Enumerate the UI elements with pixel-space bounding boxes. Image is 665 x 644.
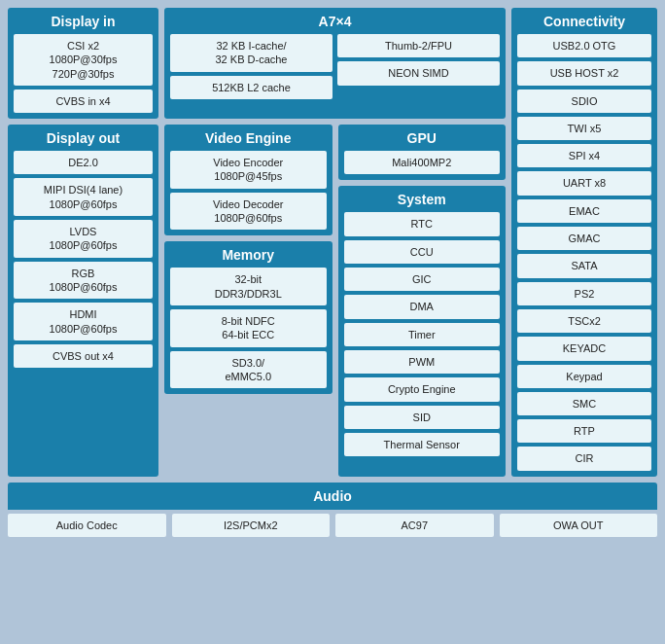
connectivity-item-4: SPI x4	[517, 144, 651, 167]
connectivity-item-6: EMAC	[517, 199, 651, 223]
audio-item-3: OWA OUT	[500, 514, 658, 537]
video-memory-col: Video EngineVideo Encoder 1080P@45fpsVid…	[164, 125, 332, 477]
audio-items: Audio CodecI2S/PCMx2AC97OWA OUT	[8, 510, 657, 537]
audio-title: Audio	[313, 488, 352, 504]
gpu-system-col: GPUMali400MP2SystemRTCCCUGICDMATimerPWMC…	[338, 125, 507, 477]
a7-title: A7×4	[170, 14, 500, 29]
connectivity-item-13: SMC	[517, 392, 651, 415]
display-out-title: Display out	[14, 130, 153, 146]
connectivity-section: ConnectivityUSB2.0 OTGUSB HOST x2SDIOTWI…	[511, 8, 657, 477]
display-out-item-2: LVDS 1080P@60fps	[14, 220, 153, 258]
memory-section: Memory32-bit DDR3/DDR3L8-bit NDFC 64-bit…	[164, 241, 332, 394]
audio-item-2: AC97	[335, 514, 494, 537]
connectivity-item-7: GMAC	[517, 227, 651, 250]
display-out-section: Display outDE2.0MIPI DSI(4 lane) 1080P@6…	[8, 125, 158, 477]
display-in-item-1: CVBS in x4	[14, 89, 153, 113]
connectivity-title: Connectivity	[517, 14, 651, 29]
connectivity-item-0: USB2.0 OTG	[517, 34, 651, 57]
main-container: Display inCSI x2 1080P@30fps 720P@30fpsC…	[8, 8, 657, 537]
a7-section: A7×432 KB I-cache/ 32 KB D-cache512KB L2…	[164, 8, 506, 119]
display-out-item-4: HDMI 1080P@60fps	[14, 303, 153, 340]
audio-item-0: Audio Codec	[8, 514, 166, 537]
connectivity-item-14: RTP	[517, 419, 651, 443]
connectivity-item-2: SDIO	[517, 89, 651, 113]
gpu-section: GPUMali400MP2	[338, 125, 507, 180]
display-in-item-0: CSI x2 1080P@30fps 720P@30fps	[14, 34, 153, 86]
connectivity-item-12: Keypad	[517, 365, 651, 388]
connectivity-item-15: CIR	[517, 447, 651, 470]
audio-header: Audio	[8, 483, 657, 510]
connectivity-item-3: TWI x5	[517, 117, 651, 140]
audio-item-1: I2S/PCMx2	[172, 514, 331, 537]
connectivity-item-1: USB HOST x2	[517, 61, 651, 85]
display-out-item-0: DE2.0	[14, 151, 153, 174]
connectivity-item-10: TSCx2	[517, 309, 651, 333]
display-out-item-5: CVBS out x4	[14, 344, 153, 368]
connectivity-item-9: PS2	[517, 282, 651, 305]
connectivity-item-11: KEYADC	[517, 337, 651, 360]
display-in-title: Display in	[14, 14, 153, 29]
display-out-item-1: MIPI DSI(4 lane) 1080P@60fps	[14, 178, 153, 216]
connectivity-item-8: SATA	[517, 254, 651, 277]
display-in-section: Display inCSI x2 1080P@30fps 720P@30fpsC…	[8, 8, 158, 119]
video-engine-section: Video EngineVideo Encoder 1080P@45fpsVid…	[164, 125, 332, 235]
system-section: SystemRTCCCUGICDMATimerPWMCrypto EngineS…	[338, 186, 507, 476]
connectivity-item-5: UART x8	[517, 171, 651, 195]
audio-section: AudioAudio CodecI2S/PCMx2AC97OWA OUT	[8, 483, 657, 537]
display-out-item-3: RGB 1080P@60fps	[14, 262, 153, 300]
